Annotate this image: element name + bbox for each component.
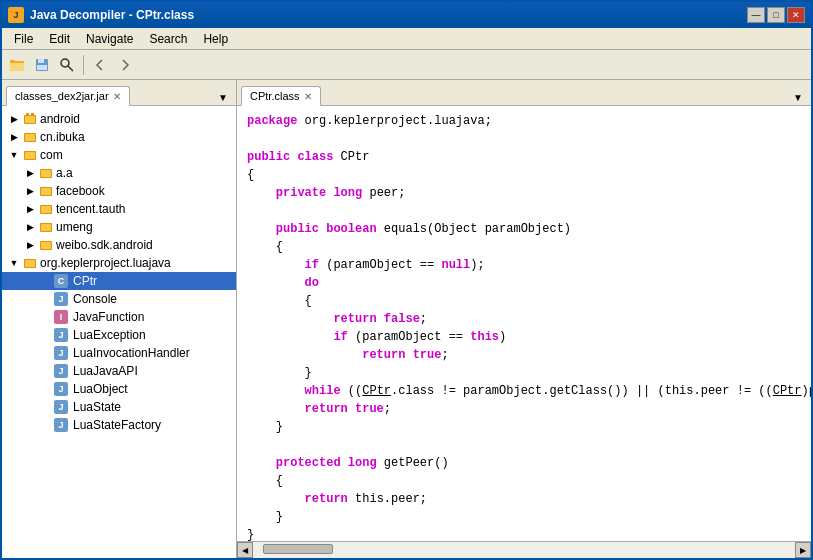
toggle-android[interactable]: ▶: [6, 111, 22, 127]
toggle-org[interactable]: ▼: [6, 255, 22, 271]
code-line-8: {: [247, 238, 801, 256]
title-bar: J Java Decompiler - CPtr.class — □ ✕: [2, 2, 811, 28]
open-button[interactable]: [6, 54, 28, 76]
tree-item-luaobject[interactable]: J LuaObject: [2, 380, 236, 398]
file-tree[interactable]: ▶ android ▶ cn.ibuka ▼: [2, 106, 236, 558]
icon-luaobject: J: [54, 382, 68, 396]
toggle-com[interactable]: ▼: [6, 147, 22, 163]
svg-rect-10: [31, 113, 34, 116]
svg-rect-9: [26, 113, 29, 116]
close-button[interactable]: ✕: [787, 7, 805, 23]
scroll-left-button[interactable]: ◀: [237, 542, 253, 558]
title-bar-left: J Java Decompiler - CPtr.class: [8, 7, 194, 23]
svg-rect-25: [41, 242, 51, 249]
toggle-cn-ibuka[interactable]: ▶: [6, 129, 22, 145]
tree-item-tencent[interactable]: ▶ tencent.tauth: [2, 200, 236, 218]
code-tab-bar: CPtr.class ✕ ▼: [237, 80, 811, 106]
search-toolbar-icon: [59, 57, 75, 73]
tree-item-com[interactable]: ▼ com: [2, 146, 236, 164]
save-button[interactable]: [31, 54, 53, 76]
menu-search[interactable]: Search: [141, 30, 195, 48]
label-cptr: CPtr: [71, 274, 97, 288]
toggle-luainvocationhandler: [38, 345, 54, 361]
icon-luaexception: J: [54, 328, 68, 342]
code-line-2: [247, 130, 801, 148]
tree-item-cn-ibuka[interactable]: ▶ cn.ibuka: [2, 128, 236, 146]
tree-item-android[interactable]: ▶ android: [2, 110, 236, 128]
code-line-1: package org.keplerproject.luajava;: [247, 112, 801, 130]
code-line-20: protected long getPeer(): [247, 454, 801, 472]
tree-item-javafunction[interactable]: I JavaFunction: [2, 308, 236, 326]
icon-weibo: [38, 237, 54, 253]
svg-rect-23: [41, 224, 51, 231]
toggle-luaobject: [38, 381, 54, 397]
right-panel: CPtr.class ✕ ▼ package org.keplerproject…: [237, 80, 811, 558]
tree-item-facebook[interactable]: ▶ facebook: [2, 182, 236, 200]
code-line-12: return false;: [247, 310, 801, 328]
icon-tencent: [38, 201, 54, 217]
tree-item-luajavaapi[interactable]: J LuaJavaAPI: [2, 362, 236, 380]
code-editor[interactable]: package org.keplerproject.luajava; publi…: [237, 106, 811, 541]
toggle-tencent[interactable]: ▶: [22, 201, 38, 217]
icon-aa: [38, 165, 54, 181]
icon-console: J: [54, 292, 68, 306]
icon-luajavaapi: J: [54, 364, 68, 378]
tree-item-cptr[interactable]: C CPtr: [2, 272, 236, 290]
back-button[interactable]: [89, 54, 111, 76]
toggle-weibo[interactable]: ▶: [22, 237, 38, 253]
menu-help[interactable]: Help: [195, 30, 236, 48]
minimize-button[interactable]: —: [747, 7, 765, 23]
toolbar: [2, 50, 811, 80]
left-panel: classes_dex2jar.jar ✕ ▼ ▶ android ▶: [2, 80, 237, 558]
tree-item-console[interactable]: J Console: [2, 290, 236, 308]
tree-item-org[interactable]: ▼ org.keplerproject.luajava: [2, 254, 236, 272]
label-umeng: umeng: [54, 220, 93, 234]
toggle-umeng[interactable]: ▶: [22, 219, 38, 235]
window-controls: — □ ✕: [747, 7, 805, 23]
toggle-cptr: [38, 273, 54, 289]
code-line-3: public class CPtr: [247, 148, 801, 166]
toggle-luastate: [38, 399, 54, 415]
svg-line-7: [68, 66, 73, 71]
maximize-button[interactable]: □: [767, 7, 785, 23]
left-tab-classes[interactable]: classes_dex2jar.jar ✕: [6, 86, 130, 106]
svg-rect-27: [25, 260, 35, 267]
code-line-24: }: [247, 526, 801, 541]
toggle-luajavaapi: [38, 363, 54, 379]
tree-item-luaexception[interactable]: J LuaException: [2, 326, 236, 344]
tree-item-aa[interactable]: ▶ a.a: [2, 164, 236, 182]
toolbar-separator: [83, 55, 84, 75]
label-weibo: weibo.sdk.android: [54, 238, 153, 252]
search-toolbar-button[interactable]: [56, 54, 78, 76]
svg-rect-13: [25, 134, 35, 141]
menu-file[interactable]: File: [6, 30, 41, 48]
toggle-facebook[interactable]: ▶: [22, 183, 38, 199]
tree-item-luastate[interactable]: J LuaState: [2, 398, 236, 416]
tree-item-weibo[interactable]: ▶ weibo.sdk.android: [2, 236, 236, 254]
toggle-aa[interactable]: ▶: [22, 165, 38, 181]
icon-android: [22, 111, 38, 127]
code-panel-dropdown[interactable]: ▼: [789, 90, 807, 105]
left-tab-close[interactable]: ✕: [113, 91, 121, 102]
code-tab-close[interactable]: ✕: [304, 91, 312, 102]
left-panel-dropdown[interactable]: ▼: [214, 90, 232, 105]
menu-navigate[interactable]: Navigate: [78, 30, 141, 48]
icon-cptr: C: [54, 274, 68, 288]
tree-item-luastatefactory[interactable]: J LuaStateFactory: [2, 416, 236, 434]
tree-item-luainvocationhandler[interactable]: J LuaInvocationHandler: [2, 344, 236, 362]
menu-edit[interactable]: Edit: [41, 30, 78, 48]
icon-umeng: [38, 219, 54, 235]
forward-button[interactable]: [114, 54, 136, 76]
toggle-luastatefactory: [38, 417, 54, 433]
label-luastate: LuaState: [71, 400, 121, 414]
h-scroll-thumb[interactable]: [263, 544, 333, 554]
label-console: Console: [71, 292, 117, 306]
h-scrollbar[interactable]: ◀ ▶: [237, 541, 811, 558]
icon-facebook: [38, 183, 54, 199]
code-tab-cptr[interactable]: CPtr.class ✕: [241, 86, 321, 106]
svg-rect-1: [10, 63, 24, 71]
code-line-18: }: [247, 418, 801, 436]
svg-rect-17: [41, 170, 51, 177]
scroll-right-button[interactable]: ▶: [795, 542, 811, 558]
tree-item-umeng[interactable]: ▶ umeng: [2, 218, 236, 236]
